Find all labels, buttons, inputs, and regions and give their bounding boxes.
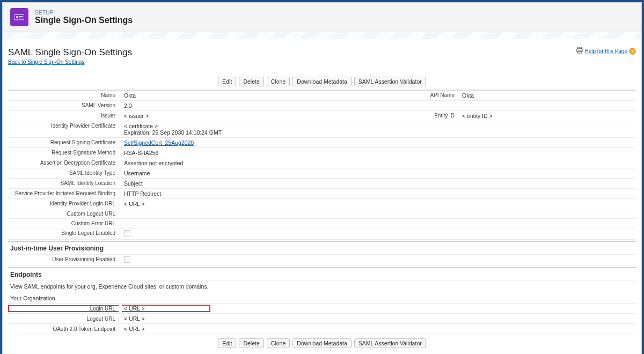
field-value-issuer: < issuer > bbox=[121, 111, 408, 121]
idp-cert-expiration: Expiration: 25 Sep 2030 14:10:24 GMT bbox=[124, 129, 222, 136]
field-value-entity-id: < entity ID > bbox=[459, 111, 636, 121]
back-link[interactable]: Back to Single Sign-On Settings bbox=[8, 59, 84, 65]
field-label-logout-url: Logout URL bbox=[8, 314, 121, 324]
field-label-id-location: SAML Identity Location bbox=[8, 179, 121, 189]
endpoints-table: Login URL < URL > Logout URL < URL > OAu… bbox=[8, 303, 636, 334]
edit-button-bottom[interactable]: Edit bbox=[218, 338, 236, 348]
page-title: SAML Single Sign-On Settings bbox=[8, 47, 132, 58]
field-value-idp-login-url: < URL > bbox=[121, 199, 636, 209]
field-value-name: Okta bbox=[121, 90, 408, 101]
field-value-single-logout bbox=[121, 228, 636, 240]
field-value-id-type: Username bbox=[121, 168, 636, 179]
field-value-idp-cert: < certificate > Expiration: 25 Sep 2030 … bbox=[121, 121, 636, 138]
field-label-name: Name bbox=[8, 90, 121, 101]
help-region: Help for this Page ? bbox=[576, 47, 636, 55]
header-text: SETUP Single Sign-On Settings bbox=[35, 10, 133, 25]
saml-validator-button-bottom[interactable]: SAML Assertion Validator bbox=[354, 338, 426, 348]
field-label-issuer: Issuer bbox=[8, 111, 121, 121]
field-label-login-url: Login URL bbox=[8, 305, 119, 312]
help-link[interactable]: Help for this Page bbox=[585, 48, 628, 54]
idp-cert-val: < certificate > bbox=[124, 123, 158, 129]
field-label-api-name: API Name bbox=[408, 90, 459, 101]
field-value-saml-version: 2.0 bbox=[121, 101, 636, 111]
field-value-custom-error bbox=[121, 219, 636, 228]
button-row-bottom: Edit Delete Clone Download Metadata SAML… bbox=[8, 338, 636, 348]
field-label-jit-enabled: User Provisioning Enabled bbox=[8, 255, 121, 266]
field-value-req-sig-method: RSA-SHA256 bbox=[121, 148, 636, 158]
field-value-login-url: < URL > bbox=[122, 305, 210, 312]
field-value-api-name: Okta bbox=[459, 90, 636, 101]
delete-button[interactable]: Delete bbox=[239, 77, 264, 86]
field-label-oauth-endpoint: OAuth 2.0 Token Endpoint bbox=[8, 324, 121, 334]
endpoints-note: View SAML endpoints for your org, Experi… bbox=[8, 281, 636, 292]
header-title: Single Sign-On Settings bbox=[35, 16, 133, 25]
field-label-entity-id: Entity ID bbox=[408, 111, 459, 121]
single-logout-checkbox bbox=[124, 230, 130, 237]
field-value-id-location: Subject bbox=[121, 179, 636, 189]
field-label-idp-login-url: Identity Provider Login URL bbox=[8, 199, 121, 209]
field-value-custom-logout bbox=[121, 209, 636, 219]
clone-button-bottom[interactable]: Clone bbox=[267, 338, 290, 348]
field-label-req-sig-method: Request Signature Method bbox=[8, 148, 121, 158]
field-label-sp-binding: Service Provider Initiated Request Bindi… bbox=[8, 189, 121, 199]
download-metadata-button[interactable]: Download Metadata bbox=[292, 77, 351, 86]
content-region: SAML Single Sign-On Settings Back to Sin… bbox=[3, 40, 641, 354]
field-label-custom-error: Custom Error URL bbox=[8, 219, 121, 228]
header-eyebrow: SETUP bbox=[35, 10, 133, 16]
app-frame: SETUP Single Sign-On Settings SAML Singl… bbox=[2, 2, 642, 354]
edit-button[interactable]: Edit bbox=[218, 77, 236, 86]
field-label-req-sign-cert: Request Signing Certificate bbox=[8, 138, 121, 148]
field-label-custom-logout: Custom Logout URL bbox=[8, 209, 121, 219]
button-row-top: Edit Delete Clone Download Metadata SAML… bbox=[8, 77, 636, 86]
jit-checkbox bbox=[124, 256, 130, 263]
field-label-id-type: SAML Identity Type bbox=[8, 168, 121, 179]
endpoints-section-heading: Endpoints bbox=[8, 267, 636, 281]
field-label-single-logout: Single Logout Enabled bbox=[8, 228, 121, 240]
clone-button[interactable]: Clone bbox=[267, 77, 290, 86]
saml-validator-button[interactable]: SAML Assertion Validator bbox=[354, 77, 426, 86]
field-label-idp-cert: Identity Provider Certificate bbox=[8, 121, 121, 138]
jit-table: User Provisioning Enabled bbox=[8, 255, 636, 266]
field-value-logout-url: < URL > bbox=[121, 314, 636, 324]
jit-section-heading: Just-in-time User Provisioning bbox=[8, 241, 636, 255]
help-icon[interactable]: ? bbox=[629, 48, 636, 55]
svg-rect-0 bbox=[14, 14, 24, 20]
svg-rect-3 bbox=[19, 18, 21, 18]
svg-rect-2 bbox=[19, 16, 23, 17]
page-header: SETUP Single Sign-On Settings bbox=[3, 3, 641, 32]
field-value-assert-decrypt: Assertion not encrypted bbox=[121, 158, 636, 168]
svg-point-1 bbox=[16, 16, 18, 18]
delete-button-bottom[interactable]: Delete bbox=[239, 338, 264, 348]
detail-table: Name Okta API Name Okta SAML Version 2.0… bbox=[8, 90, 636, 240]
field-label-assert-decrypt: Assertion Decryption Certificate bbox=[8, 158, 121, 168]
field-value-req-sign-cert[interactable]: SelfSignedCert_25Aug2020 bbox=[124, 139, 194, 146]
field-value-sp-binding: HTTP Redirect bbox=[121, 189, 636, 199]
field-value-oauth-endpoint: < URL > bbox=[121, 324, 636, 334]
setup-icon bbox=[10, 8, 28, 26]
field-label-saml-version: SAML Version bbox=[8, 101, 121, 111]
field-value-jit-enabled bbox=[121, 255, 636, 266]
download-metadata-button-bottom[interactable]: Download Metadata bbox=[292, 338, 351, 348]
endpoints-org-heading: Your Organization bbox=[8, 292, 636, 303]
printer-icon[interactable] bbox=[576, 47, 583, 55]
